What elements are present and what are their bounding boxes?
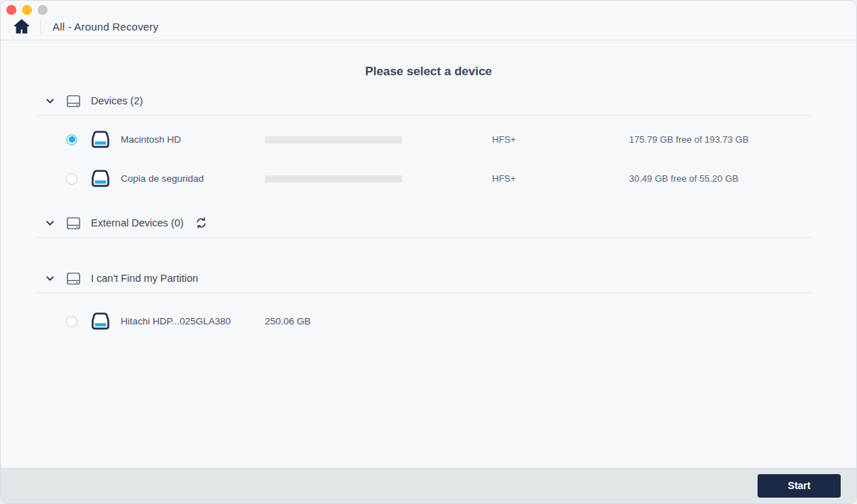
chevron-down-icon xyxy=(46,99,54,104)
title-bar: All - Around Recovery xyxy=(1,1,856,40)
device-radio[interactable] xyxy=(66,316,77,327)
device-size-label: 250.06 GB xyxy=(265,316,311,327)
section-divider xyxy=(36,115,812,116)
drive-outline-icon xyxy=(66,217,81,230)
filesystem-label: HFS+ xyxy=(492,173,629,184)
section-header-partition: I can't Find my Partition xyxy=(1,268,856,289)
home-icon xyxy=(13,19,30,34)
usage-bar xyxy=(265,136,402,143)
free-space-label: 175.79 GB free of 193.73 GB xyxy=(629,134,748,145)
app-window: All - Around Recovery Please select a de… xyxy=(0,0,857,504)
chevron-down-icon xyxy=(46,276,54,281)
section-label-external-devices: External Devices (0) xyxy=(91,217,184,229)
device-select-panel: Please select a device Devices (2) xyxy=(1,40,856,468)
device-row-macintosh-hd[interactable]: Macintosh HD HFS+ 175.79 GB free of 193.… xyxy=(1,120,856,159)
close-window-button[interactable] xyxy=(6,5,16,15)
device-name: Copia de seguridad xyxy=(121,173,265,184)
hard-drive-icon xyxy=(89,312,112,332)
device-row-copia-de-seguridad[interactable]: Copia de seguridad HFS+ 30.49 GB free of… xyxy=(1,159,856,198)
refresh-icon xyxy=(195,217,207,229)
hard-drive-icon xyxy=(89,169,112,189)
collapse-partition-button[interactable] xyxy=(46,275,55,281)
start-button[interactable]: Start xyxy=(758,474,841,498)
home-button[interactable] xyxy=(12,18,31,35)
section-header-external-devices: External Devices (0) xyxy=(1,212,856,234)
page-title: Please select a device xyxy=(1,65,856,79)
device-radio[interactable] xyxy=(66,173,77,185)
filesystem-label: HFS+ xyxy=(492,134,629,145)
section-label-partition: I can't Find my Partition xyxy=(91,273,198,284)
refresh-button[interactable] xyxy=(195,217,208,229)
collapse-external-button[interactable] xyxy=(46,220,55,226)
section-divider xyxy=(36,237,812,238)
window-title: All - Around Recovery xyxy=(53,21,158,33)
device-name: Hitachi HDP...025GLA380 xyxy=(121,316,265,327)
device-row-hitachi[interactable]: Hitachi HDP...025GLA380 250.06 GB xyxy=(1,302,856,341)
free-space-label: 30.49 GB free of 55.20 GB xyxy=(629,173,738,184)
section-label-devices: Devices (2) xyxy=(91,95,143,106)
hard-drive-icon xyxy=(89,130,112,150)
usage-bar xyxy=(265,175,402,182)
footer-bar: Start xyxy=(1,468,856,503)
device-list: Macintosh HD HFS+ 175.79 GB free of 193.… xyxy=(1,120,856,198)
partition-device-list: Hitachi HDP...025GLA380 250.06 GB xyxy=(1,302,856,341)
chevron-down-icon xyxy=(46,221,54,226)
drive-outline-icon xyxy=(66,94,81,108)
device-name: Macintosh HD xyxy=(121,134,265,145)
titlebar-separator xyxy=(40,19,41,33)
drive-outline-icon xyxy=(66,272,81,285)
zoom-window-button[interactable] xyxy=(38,5,48,15)
device-radio[interactable] xyxy=(66,134,77,146)
section-divider xyxy=(36,292,812,293)
collapse-devices-button[interactable] xyxy=(46,98,55,104)
traffic-lights xyxy=(6,5,48,15)
minimize-window-button[interactable] xyxy=(22,5,32,15)
section-header-devices: Devices (2) xyxy=(1,90,856,111)
